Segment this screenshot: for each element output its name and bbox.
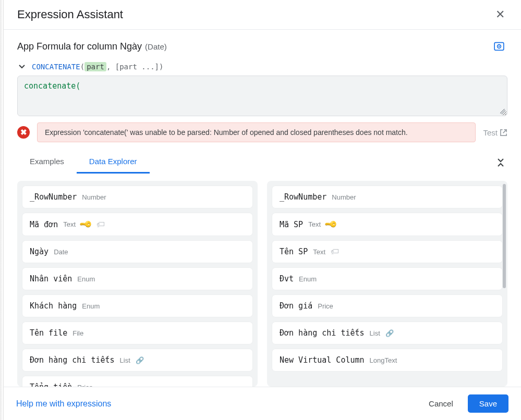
column-type: Number — [82, 193, 106, 201]
signature-rest: , [part ...]) — [106, 63, 164, 71]
column-item[interactable]: Khách hàngEnum — [22, 295, 252, 317]
column-type: Enum — [82, 302, 100, 310]
column-item[interactable]: _RowNumberNumber — [22, 186, 252, 208]
data-explorer: _RowNumberNumberMã đơnText🔑 🏷NgàyDateNhâ… — [17, 181, 507, 387]
column-type: Number — [332, 193, 356, 201]
collapse-panels-toggle[interactable] — [494, 158, 507, 167]
resize-handle-icon — [500, 109, 505, 114]
column-name: Đơn giá — [280, 301, 312, 311]
column-name: New Virtual Column — [280, 355, 365, 365]
column-item[interactable]: _RowNumberNumber — [272, 186, 502, 208]
tabs: Examples Data Explorer — [17, 152, 507, 174]
column-item[interactable]: Tên fileFile — [22, 322, 252, 344]
column-list-right[interactable]: _RowNumberNumberMã SPText🔑Tên SPText🏷Đvt… — [267, 181, 507, 387]
link-icon: 🔗 — [136, 356, 144, 364]
column-type: Price — [318, 302, 333, 310]
eye-icon — [494, 41, 504, 52]
tag-icon: 🏷 — [331, 247, 339, 256]
column-item[interactable]: Mã đơnText🔑 🏷 — [22, 213, 252, 236]
column-item[interactable]: NgàyDate — [22, 241, 252, 263]
column-type: Text — [308, 220, 321, 228]
column-item[interactable]: Đơn giáPrice — [272, 295, 502, 317]
column-type: Text — [313, 248, 325, 256]
formula-fn: concatenate — [24, 81, 76, 91]
column-item[interactable]: Nhân viênEnum — [22, 268, 252, 290]
signature-open: ( — [80, 63, 84, 71]
formula-subtitle: App Formula for column Ngày (Date) — [17, 41, 167, 52]
help-link[interactable]: Help me with expressions — [16, 399, 111, 409]
close-button[interactable]: ✕ — [493, 7, 507, 22]
formula-editor[interactable]: concatenate( — [17, 76, 507, 116]
dialog-content: App Formula for column Ngày (Date) CONCA… — [4, 30, 521, 387]
column-item[interactable]: Mã SPText🔑 — [272, 213, 502, 236]
column-name: Tên SP — [280, 247, 308, 256]
error-message: Expression 'concatenate(' was unable to … — [37, 122, 476, 142]
signature-text: CONCATENATE(part, [part ...]) — [32, 63, 163, 71]
preview-button[interactable] — [491, 38, 507, 55]
cancel-button[interactable]: Cancel — [423, 395, 458, 412]
column-name: _RowNumber — [280, 192, 326, 202]
column-item[interactable]: Tổng tiềnPrice — [22, 376, 252, 387]
signature-fn: CONCATENATE — [32, 63, 80, 71]
column-item[interactable]: Đơn hàng chi tiếtsList🔗 — [22, 349, 252, 371]
expression-assistant-dialog: Expression Assistant ✕ App Formula for c… — [3, 0, 521, 420]
formula-paren: ( — [76, 81, 80, 91]
column-name: Nhân viên — [30, 274, 72, 283]
chevron-down-icon — [497, 158, 504, 163]
test-label: Test — [483, 128, 498, 137]
column-name: Tổng tiền — [30, 382, 72, 387]
save-button[interactable]: Save — [468, 394, 508, 413]
column-type: LongText — [370, 356, 397, 364]
column-type: Text — [63, 220, 76, 228]
column-name: Khách hàng — [30, 301, 77, 311]
error-row: ✖ Expression 'concatenate(' was unable t… — [17, 122, 507, 142]
link-icon: 🔗 — [385, 329, 394, 337]
column-type: List — [120, 356, 130, 364]
column-type: Date — [54, 248, 68, 256]
column-name: _RowNumber — [30, 192, 77, 202]
dialog-footer: Help me with expressions Cancel Save — [4, 387, 521, 420]
column-type: Enum — [299, 275, 317, 283]
column-type: Enum — [77, 275, 95, 283]
external-link-icon — [500, 129, 507, 137]
column-name: Đơn hàng chi tiếts — [30, 355, 115, 365]
dialog-title: Expression Assistant — [17, 8, 123, 21]
chevron-up-icon — [497, 163, 504, 167]
chevron-down-icon — [19, 65, 25, 69]
subtitle-prefix: App Formula for column Ngày — [17, 41, 142, 52]
footer-actions: Cancel Save — [423, 394, 508, 413]
error-icon: ✖ — [17, 126, 30, 139]
key-icon: 🔑 — [79, 217, 93, 232]
column-type: File — [72, 329, 83, 337]
column-name: Đvt — [280, 274, 294, 283]
svg-point-2 — [499, 46, 500, 47]
column-item[interactable]: ĐvtEnum — [272, 268, 502, 290]
column-name: Đơn hàng chi tiếts — [280, 328, 365, 338]
expand-signature-toggle[interactable] — [17, 62, 27, 71]
tab-data-explorer[interactable]: Data Explorer — [77, 152, 150, 174]
key-icon: 🔑 — [324, 217, 338, 232]
column-item[interactable]: Đơn hàng chi tiếtsList🔗 — [272, 322, 502, 344]
column-name: Ngày — [30, 247, 49, 256]
column-name: Mã SP — [280, 220, 303, 229]
column-name: Mã đơn — [30, 220, 58, 229]
subheader-row: App Formula for column Ngày (Date) — [17, 38, 507, 55]
column-list-left[interactable]: _RowNumberNumberMã đơnText🔑 🏷NgàyDateNhâ… — [17, 181, 258, 387]
tag-icon: 🏷 — [96, 220, 105, 229]
column-item[interactable]: Tên SPText🏷 — [272, 241, 502, 263]
signature-current-arg: part — [84, 62, 106, 71]
column-type: List — [370, 329, 380, 337]
tab-examples[interactable]: Examples — [17, 152, 77, 174]
dialog-header: Expression Assistant ✕ — [4, 0, 521, 30]
function-signature: CONCATENATE(part, [part ...]) — [17, 62, 507, 71]
column-name: Tên file — [30, 328, 67, 338]
close-icon: ✕ — [495, 9, 505, 20]
column-item[interactable]: New Virtual ColumnLongText — [272, 349, 502, 371]
test-button[interactable]: Test — [483, 128, 507, 137]
subtitle-suffix: (Date) — [145, 42, 167, 51]
